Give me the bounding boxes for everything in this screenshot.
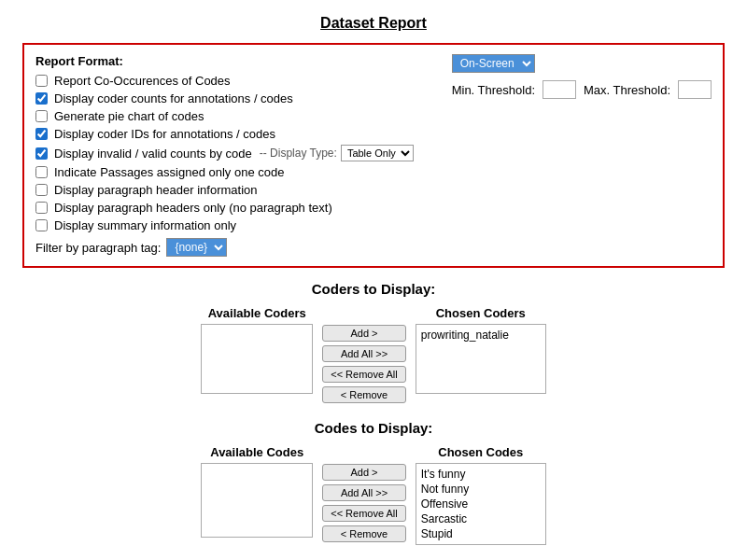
checkbox-label-8: Display paragraph headers only (no parag…	[54, 201, 332, 215]
checkbox-row-4: Display coder IDs for annotations / code…	[35, 127, 437, 141]
checkbox-label-9: Display summary information only	[54, 218, 236, 232]
checkbox-label-3: Generate pie chart of codes	[54, 109, 204, 123]
chosen-code-item-5: Stupid	[419, 526, 543, 541]
checkbox-label-1: Report Co-Occurences of Codes	[54, 74, 231, 88]
checkbox-coder-ids[interactable]	[35, 128, 48, 140]
coders-transfer-area: Available Coders Add > Add All >> << Rem…	[22, 306, 725, 403]
display-type-select[interactable]: Table Only	[341, 145, 414, 161]
coders-btn-group: Add > Add All >> << Remove All < Remove	[322, 325, 406, 403]
checkbox-paragraph-headers-only[interactable]	[35, 202, 48, 214]
report-format-box: Report Format: Report Co-Occurences of C…	[22, 43, 725, 268]
chosen-code-item-1: It's funny	[419, 467, 543, 482]
checkbox-passages-one-code[interactable]	[35, 166, 48, 178]
coders-section: Coders to Display: Available Coders Add …	[22, 281, 725, 403]
codes-transfer-area: Available Codes Add > Add All >> << Remo…	[22, 445, 725, 545]
checkbox-row-6: Indicate Passages assigned only one code	[35, 165, 437, 179]
on-screen-row: On-Screen	[452, 54, 712, 73]
checkbox-label-4: Display coder IDs for annotations / code…	[54, 127, 275, 141]
codes-btn-group: Add > Add All >> << Remove All < Remove	[322, 464, 406, 542]
coders-add-button[interactable]: Add >	[322, 325, 406, 342]
codes-add-button[interactable]: Add >	[322, 464, 406, 481]
threshold-row: Min. Threshold: Max. Threshold:	[452, 80, 712, 99]
display-type-label: -- Display Type:	[260, 147, 337, 160]
checkbox-summary-only[interactable]	[35, 219, 48, 231]
checkbox-row-5: Display invalid / valid counts by code -…	[35, 145, 437, 161]
available-codes-list[interactable]	[201, 463, 313, 538]
chosen-codes-panel: Chosen Codes It's funny Not funny Offens…	[416, 445, 546, 545]
checkbox-invalid-valid[interactable]	[35, 147, 48, 160]
chosen-codes-list[interactable]: It's funny Not funny Offensive Sarcastic…	[416, 463, 546, 545]
chosen-codes-label: Chosen Codes	[416, 445, 546, 459]
chosen-code-item-2: Not funny	[419, 482, 543, 497]
report-format-left: Report Format: Report Co-Occurences of C…	[35, 54, 437, 257]
codes-add-all-button[interactable]: Add All >>	[322, 484, 406, 501]
available-codes-label: Available Codes	[201, 445, 313, 459]
checkbox-row-3: Generate pie chart of codes	[35, 109, 437, 123]
checkbox-row-9: Display summary information only	[35, 218, 437, 232]
checkbox-row-7: Display paragraph header information	[35, 183, 437, 197]
coders-add-all-button[interactable]: Add All >>	[322, 345, 406, 362]
page-title: Dataset Report	[22, 15, 725, 32]
coders-remove-button[interactable]: < Remove	[322, 386, 406, 403]
max-threshold-label: Max. Threshold:	[584, 83, 670, 97]
checkbox-report-co-occurences[interactable]	[35, 75, 48, 87]
min-threshold-label: Min. Threshold:	[452, 83, 535, 97]
report-format-right: On-Screen Min. Threshold: Max. Threshold…	[452, 54, 712, 257]
min-threshold-input[interactable]	[543, 80, 576, 99]
chosen-coders-label: Chosen Coders	[416, 306, 546, 320]
checkbox-coder-counts[interactable]	[35, 92, 48, 105]
codes-remove-all-button[interactable]: << Remove All	[322, 505, 406, 522]
checkbox-label-6: Indicate Passages assigned only one code	[54, 165, 284, 179]
checkbox-row-2: Display coder counts for annotations / c…	[35, 91, 437, 105]
checkbox-pie-chart[interactable]	[35, 110, 48, 122]
checkbox-label-7: Display paragraph header information	[54, 183, 258, 197]
checkbox-label-5: Display invalid / valid counts by code	[54, 147, 252, 161]
codes-section: Codes to Display: Available Codes Add > …	[22, 420, 725, 545]
available-coders-label: Available Coders	[201, 306, 313, 320]
chosen-coders-panel: Chosen Coders prowriting_natalie	[416, 306, 546, 394]
checkbox-row-8: Display paragraph headers only (no parag…	[35, 201, 437, 215]
max-threshold-input[interactable]	[678, 80, 712, 99]
available-coders-panel: Available Coders	[201, 306, 313, 394]
codes-remove-button[interactable]: < Remove	[322, 525, 406, 542]
on-screen-select[interactable]: On-Screen	[452, 54, 535, 73]
chosen-code-item-3: Offensive	[419, 497, 543, 511]
coders-section-title: Coders to Display:	[22, 281, 725, 297]
filter-label: Filter by paragraph tag:	[35, 241, 161, 255]
checkbox-label-2: Display coder counts for annotations / c…	[54, 91, 293, 105]
filter-select[interactable]: {none}	[166, 238, 227, 257]
checkbox-paragraph-header[interactable]	[35, 184, 48, 196]
filter-row: Filter by paragraph tag: {none}	[35, 238, 437, 257]
chosen-coders-list[interactable]: prowriting_natalie	[416, 324, 546, 394]
checkbox-row-1: Report Co-Occurences of Codes	[35, 74, 437, 88]
format-label: Report Format:	[35, 54, 437, 68]
chosen-coder-item-1: prowriting_natalie	[419, 328, 543, 343]
codes-section-title: Codes to Display:	[22, 420, 725, 436]
coders-remove-all-button[interactable]: << Remove All	[322, 366, 406, 383]
available-codes-panel: Available Codes	[201, 445, 313, 538]
chosen-code-item-4: Sarcastic	[419, 511, 543, 526]
available-coders-list[interactable]	[201, 324, 313, 394]
